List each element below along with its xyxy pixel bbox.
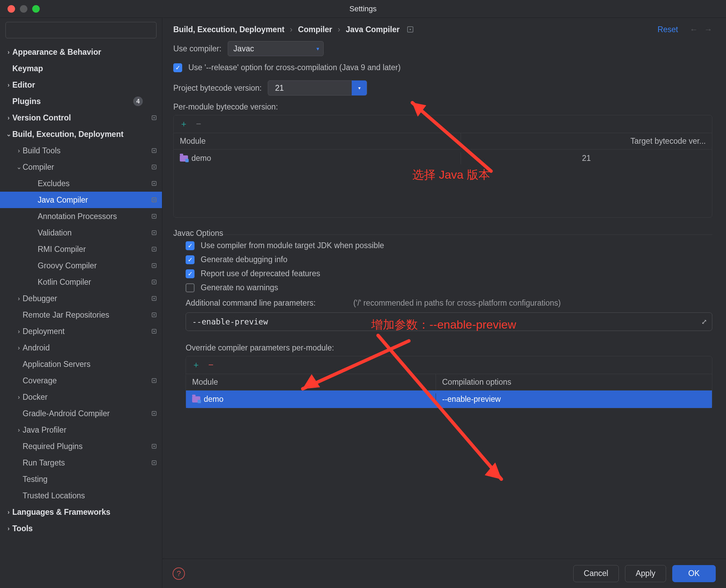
chevron-icon: ›	[15, 295, 23, 302]
project-bytecode-select[interactable]: 21 ▾	[268, 80, 367, 95]
per-module-label: Per-module bytecode version:	[173, 102, 712, 112]
opt1-checkbox[interactable]: ✓	[186, 241, 195, 250]
sidebar-item-label: Excludes	[38, 179, 162, 188]
breadcrumb: Build, Execution, Deployment › Compiler …	[162, 18, 726, 41]
sidebar-item-build-execution-deployment[interactable]: ⌄Build, Execution, Deployment	[0, 126, 162, 142]
sidebar-item-android[interactable]: ›Android	[0, 340, 162, 356]
use-compiler-select[interactable]: Javac ▾	[228, 41, 324, 56]
sidebar-item-label: Groovy Compiler	[38, 261, 162, 270]
sidebar-item-label: Build, Execution, Deployment	[12, 130, 162, 139]
ok-button[interactable]: OK	[672, 565, 716, 582]
scope-icon	[152, 444, 157, 449]
sidebar-item-groovy-compiler[interactable]: Groovy Compiler	[0, 257, 162, 274]
sidebar-item-compiler[interactable]: ⌄Compiler	[0, 159, 162, 175]
sidebar-item-testing[interactable]: Testing	[0, 471, 162, 487]
sidebar-item-editor[interactable]: ›Editor	[0, 77, 162, 93]
sidebar-item-languages-frameworks[interactable]: ›Languages & Frameworks	[0, 504, 162, 520]
col-module: Module	[174, 133, 461, 149]
sidebar-item-coverage[interactable]: Coverage	[0, 372, 162, 389]
reset-link[interactable]: Reset	[658, 25, 678, 34]
breadcrumb-c: Java Compiler	[346, 25, 400, 34]
sidebar-item-plugins[interactable]: Plugins4	[0, 93, 162, 110]
scope-icon	[152, 165, 157, 169]
sidebar-item-label: Java Compiler	[38, 195, 162, 205]
scope-icon	[152, 263, 157, 268]
opt3-checkbox[interactable]: ✓	[186, 269, 195, 278]
chevron-icon: ⌄	[5, 130, 12, 138]
sidebar-item-gradle-android-compiler[interactable]: Gradle-Android Compiler	[0, 405, 162, 422]
sidebar-item-rmi-compiler[interactable]: RMI Compiler	[0, 241, 162, 257]
col-module: Module	[186, 374, 436, 390]
sidebar-item-deployment[interactable]: ›Deployment	[0, 323, 162, 340]
sidebar-item-label: Run Targets	[23, 458, 162, 468]
settings-tree[interactable]: ›Appearance & BehaviorKeymap›EditorPlugi…	[0, 42, 162, 588]
opt3-label: Report use of deprecated features	[201, 269, 320, 278]
sidebar-item-label: Coverage	[23, 376, 162, 385]
chevron-right-icon: ›	[338, 25, 340, 34]
sidebar-item-label: Application Servers	[23, 360, 162, 369]
table-row[interactable]: demo 21	[174, 150, 712, 167]
sidebar-item-build-tools[interactable]: ›Build Tools	[0, 142, 162, 159]
breadcrumb-b[interactable]: Compiler	[298, 25, 332, 34]
table-row[interactable]: demo --enable-preview	[186, 391, 712, 408]
add-button[interactable]: +	[193, 360, 199, 370]
window-controls	[0, 5, 40, 13]
sidebar-item-version-control[interactable]: ›Version Control	[0, 110, 162, 126]
col-options: Compilation options	[436, 374, 712, 390]
addl-params-input[interactable]: --enable-preview ⤢	[186, 312, 712, 331]
close-icon[interactable]	[8, 5, 15, 13]
sidebar-item-remote-jar-repositories[interactable]: Remote Jar Repositories	[0, 307, 162, 323]
sidebar-item-label: Trusted Locations	[23, 491, 162, 500]
opt4-checkbox[interactable]	[186, 283, 195, 292]
sidebar-item-java-compiler[interactable]: Java Compiler	[0, 192, 162, 208]
sidebar-item-label: Remote Jar Repositories	[23, 310, 162, 320]
breadcrumb-a[interactable]: Build, Execution, Deployment	[173, 25, 285, 34]
chevron-icon: ›	[5, 114, 12, 122]
sidebar-item-run-targets[interactable]: Run Targets	[0, 455, 162, 471]
sidebar-item-trusted-locations[interactable]: Trusted Locations	[0, 487, 162, 504]
module-name: demo	[191, 154, 211, 163]
sidebar-item-keymap[interactable]: Keymap	[0, 60, 162, 77]
sidebar-item-annotation-processors[interactable]: Annotation Processors	[0, 208, 162, 225]
cancel-button[interactable]: Cancel	[573, 565, 619, 582]
expand-icon[interactable]: ⤢	[701, 318, 707, 326]
sidebar-item-validation[interactable]: Validation	[0, 225, 162, 241]
sidebar-item-label: Kotlin Compiler	[38, 278, 162, 287]
sidebar-item-debugger[interactable]: ›Debugger	[0, 290, 162, 307]
project-bytecode-label: Project bytecode version:	[173, 84, 262, 93]
help-icon[interactable]: ?	[173, 567, 185, 580]
sidebar-item-excludes[interactable]: Excludes	[0, 175, 162, 192]
remove-button[interactable]: −	[196, 119, 201, 129]
javac-options-label: Javac Options	[173, 229, 712, 238]
sidebar-item-label: Keymap	[12, 64, 162, 73]
module-name: demo	[204, 395, 224, 404]
sidebar-item-application-servers[interactable]: Application Servers	[0, 356, 162, 372]
back-icon[interactable]: ←	[690, 25, 698, 34]
scope-icon	[152, 296, 157, 301]
scope-icon	[152, 378, 157, 383]
dialog-footer: ? Cancel Apply OK	[162, 559, 726, 588]
release-option-checkbox[interactable]: ✓	[173, 63, 182, 72]
scope-icon	[152, 230, 157, 235]
sidebar-item-docker[interactable]: ›Docker	[0, 389, 162, 405]
search-input[interactable]	[5, 22, 157, 38]
remove-button[interactable]: −	[208, 360, 213, 370]
sidebar-item-label: Android	[23, 343, 162, 353]
maximize-icon[interactable]	[32, 5, 40, 13]
opt2-checkbox[interactable]: ✓	[186, 255, 195, 264]
sidebar-item-java-profiler[interactable]: ›Java Profiler	[0, 422, 162, 438]
sidebar-item-tools[interactable]: ›Tools	[0, 520, 162, 537]
sidebar-item-label: Appearance & Behavior	[12, 48, 162, 57]
sidebar-item-required-plugins[interactable]: Required Plugins	[0, 438, 162, 455]
minimize-icon[interactable]	[20, 5, 27, 13]
chevron-icon: ›	[5, 49, 12, 56]
forward-icon[interactable]: →	[704, 25, 712, 34]
sidebar-item-appearance-behavior[interactable]: ›Appearance & Behavior	[0, 44, 162, 60]
add-button[interactable]: +	[181, 119, 186, 129]
chevron-icon: ›	[5, 525, 12, 532]
apply-button[interactable]: Apply	[625, 565, 666, 582]
module-icon	[192, 396, 200, 402]
settings-sidebar: ⌕ ›Appearance & BehaviorKeymap›EditorPlu…	[0, 18, 162, 588]
sidebar-item-label: Java Profiler	[23, 425, 162, 435]
sidebar-item-kotlin-compiler[interactable]: Kotlin Compiler	[0, 274, 162, 290]
